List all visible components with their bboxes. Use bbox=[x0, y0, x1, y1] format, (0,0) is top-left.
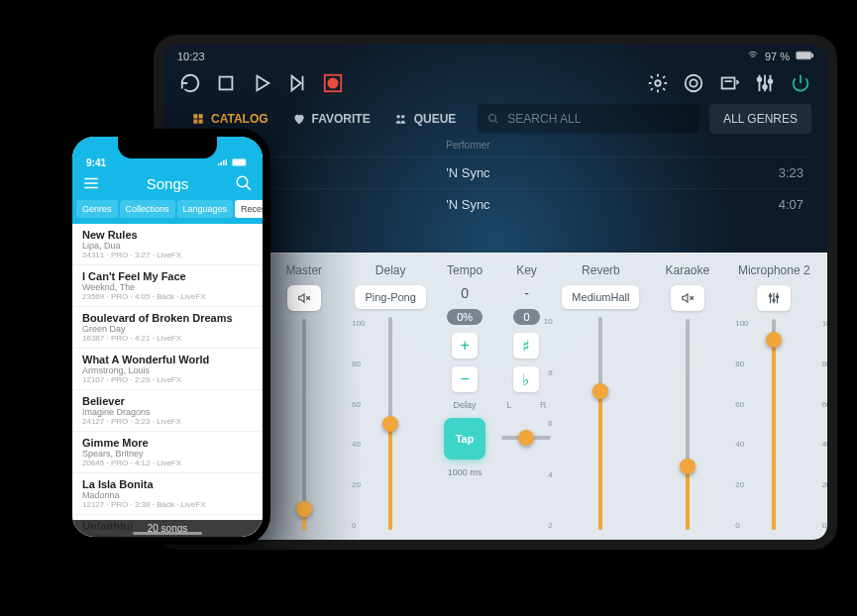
phone-signal-icons bbox=[218, 157, 249, 168]
svg-point-5 bbox=[328, 78, 337, 87]
tab-queue[interactable]: QUEUE bbox=[382, 104, 469, 134]
search-icon bbox=[487, 113, 499, 125]
mic2-settings-button[interactable] bbox=[757, 285, 791, 311]
key-flat-button[interactable]: ♭ bbox=[513, 366, 539, 392]
next-icon[interactable] bbox=[286, 72, 308, 94]
table-row[interactable]: Girlfriend 'N Sync 4:07 bbox=[179, 188, 811, 220]
svg-point-12 bbox=[769, 79, 773, 83]
table-row[interactable]: Bye Bye Bye 'N Sync 3:23 bbox=[179, 156, 811, 188]
col-tempo-title: Tempo bbox=[447, 263, 482, 277]
col-delay: Delay Ping-Pong bbox=[349, 263, 431, 530]
menu-icon[interactable] bbox=[82, 174, 100, 192]
col-reverb-title: Reverb bbox=[582, 263, 620, 277]
wifi-icon bbox=[747, 51, 759, 62]
reverb-slider[interactable]: 108642 bbox=[560, 317, 642, 530]
reverb-preset-button[interactable]: MediumHall bbox=[562, 285, 639, 309]
key-reset-button[interactable]: 0 bbox=[513, 309, 539, 325]
delay-slider[interactable] bbox=[349, 317, 431, 530]
svg-rect-1 bbox=[798, 52, 811, 58]
delay-type-button[interactable]: Ping-Pong bbox=[355, 285, 425, 309]
tempo-minus-button[interactable]: − bbox=[452, 366, 478, 392]
tab-catalog-label: CATALOG bbox=[211, 112, 268, 126]
svg-point-14 bbox=[401, 115, 405, 119]
list-item[interactable]: What A Wonderful WorldArmstrong, Louis12… bbox=[72, 349, 263, 390]
svg-rect-20 bbox=[221, 162, 223, 166]
mute-icon bbox=[297, 291, 311, 305]
phone-filter-tabs: Genres Collections Languages Recently su… bbox=[72, 200, 263, 224]
list-item[interactable]: La Isla BonitaMadonna12127 · PRO · 3:38 … bbox=[72, 473, 263, 515]
svg-point-13 bbox=[396, 115, 400, 119]
ptab-genres[interactable]: Genres bbox=[76, 200, 118, 218]
karaoke-mute-button[interactable] bbox=[671, 285, 704, 311]
svg-point-10 bbox=[758, 78, 762, 82]
svg-point-25 bbox=[237, 176, 248, 187]
power-icon[interactable] bbox=[790, 72, 811, 94]
tab-favorite-label: FAVORITE bbox=[312, 112, 371, 126]
svg-point-8 bbox=[690, 79, 696, 86]
home-indicator bbox=[133, 532, 202, 535]
stop-icon[interactable] bbox=[215, 72, 237, 94]
col-karaoke: Karaoke 100806040200 bbox=[646, 263, 728, 530]
gear-icon[interactable] bbox=[647, 72, 669, 94]
list-item[interactable]: New RulesLipa, Dua24311 · PRO · 3:27 · L… bbox=[72, 224, 263, 265]
table-header: Title Performer bbox=[179, 134, 811, 156]
search-input[interactable]: SEARCH ALL bbox=[478, 104, 699, 134]
master-slider[interactable]: 100806040200 100806040200 bbox=[263, 319, 345, 530]
phone-title: Songs bbox=[147, 175, 189, 192]
tablet-status-bar: 10:23 97 % bbox=[163, 45, 827, 68]
prompter-icon[interactable] bbox=[718, 72, 740, 94]
ptab-recently-sung[interactable]: Recently sung bbox=[235, 200, 263, 218]
play-icon[interactable] bbox=[251, 72, 272, 94]
record-icon[interactable] bbox=[322, 72, 344, 94]
key-value: - bbox=[524, 285, 529, 301]
col-karaoke-title: Karaoke bbox=[665, 263, 709, 277]
svg-rect-19 bbox=[218, 163, 220, 165]
tab-favorite[interactable]: FAVORITE bbox=[280, 104, 382, 134]
ptab-languages[interactable]: Languages bbox=[177, 200, 234, 218]
cast-icon[interactable] bbox=[683, 72, 704, 94]
list-item[interactable]: Boulevard of Broken DreamsGreen Day16387… bbox=[72, 307, 263, 349]
svg-point-7 bbox=[686, 75, 702, 92]
battery-icon bbox=[796, 51, 813, 62]
col-reverb: Reverb MediumHall 108642 bbox=[560, 263, 642, 530]
tempo-plus-button[interactable]: + bbox=[452, 333, 478, 359]
master-mute-button[interactable] bbox=[287, 285, 321, 311]
col-master-title: Master bbox=[285, 263, 322, 277]
tab-queue-label: QUEUE bbox=[414, 112, 457, 126]
ptab-collections[interactable]: Collections bbox=[120, 200, 175, 218]
tap-button[interactable]: Tap bbox=[444, 418, 485, 460]
phone-device: 9:41 Songs Genres Collections Languages … bbox=[64, 129, 270, 545]
mute-icon bbox=[681, 291, 695, 305]
list-item[interactable]: BelieverImagine Dragons24127 · PRO · 3:2… bbox=[72, 390, 263, 432]
col-performer: Performer bbox=[446, 140, 704, 151]
phone-time: 9:41 bbox=[86, 157, 106, 168]
svg-rect-24 bbox=[233, 159, 245, 164]
svg-rect-21 bbox=[223, 160, 225, 165]
battery-percent: 97 % bbox=[765, 51, 790, 62]
mic2-slider[interactable]: 100806040200 bbox=[733, 319, 815, 530]
equalizer-icon[interactable] bbox=[754, 72, 776, 94]
sliders-icon bbox=[767, 291, 781, 305]
list-item[interactable]: Gimme MoreSpears, Britney20645 · PRO · 4… bbox=[72, 432, 263, 473]
svg-rect-9 bbox=[722, 78, 735, 89]
key-sharp-button[interactable]: ♯ bbox=[513, 333, 539, 359]
playback-toolbar bbox=[163, 68, 827, 104]
delay-label: Delay bbox=[454, 400, 477, 410]
phone-song-list[interactable]: New RulesLipa, Dua24311 · PRO · 3:27 · L… bbox=[72, 224, 263, 537]
library-tabs: CATALOG FAVORITE QUEUE SEARCH ALL ALL GE… bbox=[163, 104, 827, 134]
search-icon[interactable] bbox=[235, 174, 253, 192]
tap-ms: 1000 ms bbox=[448, 467, 482, 477]
karaoke-slider[interactable]: 100806040200 bbox=[646, 319, 728, 530]
list-item[interactable]: I Can't Feel My FaceWeeknd, The23569 · P… bbox=[72, 265, 263, 307]
svg-rect-2 bbox=[812, 54, 814, 57]
phone-header: Songs bbox=[72, 170, 263, 200]
tempo-percent-button[interactable]: 0% bbox=[447, 309, 482, 325]
tempo-value: 0 bbox=[461, 285, 469, 301]
svg-rect-3 bbox=[220, 77, 233, 90]
col-microphone-2: Microphone 2 100806040200 bbox=[733, 263, 815, 530]
search-placeholder: SEARCH ALL bbox=[507, 112, 581, 126]
reload-icon[interactable] bbox=[179, 72, 201, 94]
col-mic2-title: Microphone 2 bbox=[738, 263, 810, 277]
genre-filter[interactable]: ALL GENRES bbox=[709, 104, 811, 134]
col-delay-title: Delay bbox=[375, 263, 406, 277]
